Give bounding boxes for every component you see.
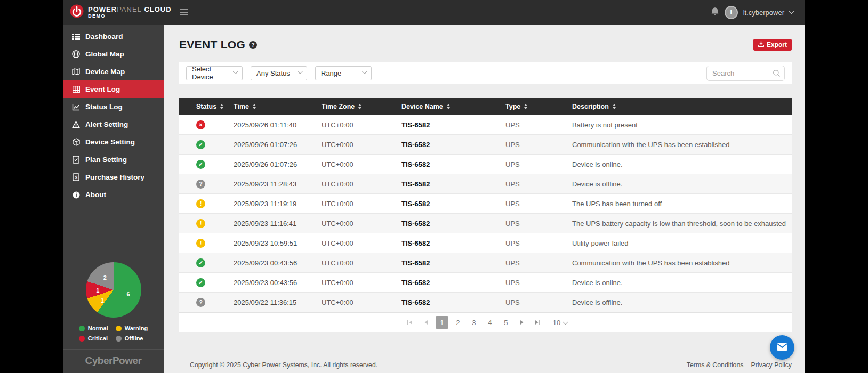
- legend-dot-normal: [79, 326, 85, 331]
- pagination-next-button[interactable]: [516, 316, 528, 329]
- envelope-icon: [776, 342, 788, 353]
- svg-text:$: $: [75, 175, 77, 180]
- table-grid-icon: [71, 86, 81, 93]
- sidebar-nav: Dashboard Global Map Device Map Event Lo…: [63, 25, 164, 373]
- table-row: ✓ 2025/09/23 00:43:56 UTC+0:00 TIS-6582 …: [179, 273, 792, 293]
- sort-icon[interactable]: [524, 104, 527, 109]
- status-ok-icon: ✓: [196, 160, 205, 169]
- pagination-last-button[interactable]: [532, 316, 544, 329]
- table-row: ! 2025/09/23 11:19:19 UTC+0:00 TIS-6582 …: [179, 194, 792, 214]
- legend-normal: Normal: [79, 325, 108, 331]
- sidebar-item-device-map[interactable]: Device Map: [63, 63, 164, 80]
- pagination-first-button[interactable]: [404, 316, 416, 329]
- brand-logo: POWERPANEL CLOUD DEMO: [63, 4, 164, 20]
- sidebar-item-alert-setting[interactable]: Alert Setting: [63, 116, 164, 133]
- sort-icon[interactable]: [220, 104, 223, 109]
- pagination: 1 2 3 4 5 10: [179, 312, 792, 332]
- pagination-prev-button[interactable]: [420, 316, 432, 329]
- search-icon: [773, 69, 781, 79]
- column-header-timezone[interactable]: Time Zone: [314, 103, 394, 110]
- footer: Copyright © 2025 Cyber Power Systems, In…: [179, 361, 792, 369]
- sidebar-item-status-log[interactable]: Status Log: [63, 98, 164, 116]
- cube-icon: [71, 138, 81, 146]
- filter-bar: Select Device Any Status Range: [179, 62, 792, 84]
- cyberpower-logo: CyberPower: [63, 355, 164, 367]
- globe-icon: [71, 50, 81, 58]
- legend-dot-warning: [116, 326, 122, 331]
- sidebar-item-about[interactable]: About: [63, 186, 164, 204]
- sidebar-item-global-map[interactable]: Global Map: [63, 45, 164, 63]
- status-error-icon: ×: [196, 120, 205, 129]
- info-icon: [71, 191, 81, 199]
- column-header-status[interactable]: Status: [179, 103, 226, 110]
- table-row: ? 2025/09/23 11:28:43 UTC+0:00 TIS-6582 …: [179, 174, 792, 194]
- user-menu-chevron-icon[interactable]: [789, 9, 794, 14]
- status-offline-icon: ?: [196, 298, 205, 307]
- chevron-down-icon: [563, 319, 568, 325]
- sidebar-item-event-log[interactable]: Event Log: [63, 80, 164, 98]
- column-header-time[interactable]: Time: [226, 103, 314, 110]
- contact-email-fab[interactable]: [770, 335, 794, 360]
- map-icon: [71, 68, 81, 75]
- page-size-select[interactable]: 10: [553, 319, 567, 327]
- notifications-bell-icon[interactable]: [711, 7, 719, 18]
- pagination-page-1[interactable]: 1: [436, 316, 448, 329]
- pie-value-critical: 1: [96, 287, 99, 294]
- status-ok-icon: ✓: [196, 278, 205, 287]
- sidebar-item-purchase-history[interactable]: $ Purchase History: [63, 168, 164, 186]
- table-row: ! 2025/09/23 10:59:51 UTC+0:00 TIS-6582 …: [179, 233, 792, 253]
- sort-icon[interactable]: [253, 104, 256, 109]
- chevron-down-icon: [233, 69, 238, 74]
- top-header-bar: POWERPANEL CLOUD DEMO I it.cyberpower: [63, 0, 805, 25]
- pagination-page-3[interactable]: 3: [468, 316, 480, 329]
- invoice-dollar-icon: $: [71, 173, 81, 181]
- device-filter-select[interactable]: Select Device: [186, 66, 243, 80]
- dashboard-icon: [71, 33, 81, 40]
- user-avatar[interactable]: I: [725, 6, 738, 19]
- sidebar-item-dashboard[interactable]: Dashboard: [63, 28, 164, 45]
- pie-value-offline: 2: [103, 274, 107, 281]
- main-content: EVENT LOG ? Export Select Device Any Sta…: [164, 25, 805, 373]
- pie-legend: Normal Warning Critical Offline: [79, 325, 148, 342]
- terms-link[interactable]: Terms & Conditions: [687, 361, 744, 369]
- brand-name: POWERPANEL CLOUD: [88, 6, 172, 13]
- chevron-down-icon: [362, 69, 367, 74]
- copyright-text: Copyright © 2025 Cyber Power Systems, In…: [190, 361, 377, 369]
- table-row: ✓ 2025/09/26 01:07:26 UTC+0:00 TIS-6582 …: [179, 135, 792, 155]
- pagination-page-2[interactable]: 2: [452, 316, 464, 329]
- column-header-description[interactable]: Description: [565, 103, 792, 110]
- username-label: it.cyberpower: [743, 9, 784, 17]
- menu-toggle-button[interactable]: [180, 9, 188, 15]
- page-title: EVENT LOG: [179, 38, 245, 51]
- sort-icon[interactable]: [358, 104, 361, 109]
- privacy-link[interactable]: Privacy Policy: [751, 361, 792, 369]
- sidebar-item-device-setting[interactable]: Device Setting: [63, 133, 164, 151]
- export-button[interactable]: Export: [753, 39, 792, 51]
- pagination-page-4[interactable]: 4: [484, 316, 496, 329]
- legend-offline: Offline: [116, 335, 148, 342]
- column-header-device-name[interactable]: Device Name: [394, 103, 498, 110]
- powerpanel-logo-icon: [70, 4, 84, 20]
- download-icon: [758, 41, 764, 48]
- legend-dot-offline: [116, 336, 122, 342]
- warning-triangle-icon: [71, 121, 81, 128]
- sort-icon[interactable]: [447, 104, 450, 109]
- pagination-page-5[interactable]: 5: [500, 316, 512, 329]
- help-icon[interactable]: ?: [249, 41, 257, 49]
- status-filter-select[interactable]: Any Status: [251, 66, 307, 80]
- legend-warning: Warning: [116, 325, 148, 331]
- column-header-type[interactable]: Type: [498, 103, 565, 110]
- pie-value-normal: 6: [127, 291, 130, 297]
- sort-icon[interactable]: [613, 104, 616, 109]
- status-ok-icon: ✓: [196, 140, 205, 149]
- sidebar-item-plan-setting[interactable]: Plan Setting: [63, 151, 164, 168]
- status-offline-icon: ?: [196, 180, 205, 189]
- device-status-pie-chart: 6 1 1 2: [86, 262, 141, 318]
- legend-dot-critical: [79, 336, 85, 342]
- table-row: ✓ 2025/09/23 00:43:56 UTC+0:00 TIS-6582 …: [179, 253, 792, 273]
- document-check-icon: [71, 156, 81, 164]
- range-filter-select[interactable]: Range: [315, 66, 372, 80]
- device-status-summary: 6 1 1 2 Normal Warning Critical Offline: [63, 262, 164, 342]
- status-warning-icon: !: [196, 219, 205, 228]
- app-window: POWERPANEL CLOUD DEMO I it.cyberpower: [63, 0, 805, 373]
